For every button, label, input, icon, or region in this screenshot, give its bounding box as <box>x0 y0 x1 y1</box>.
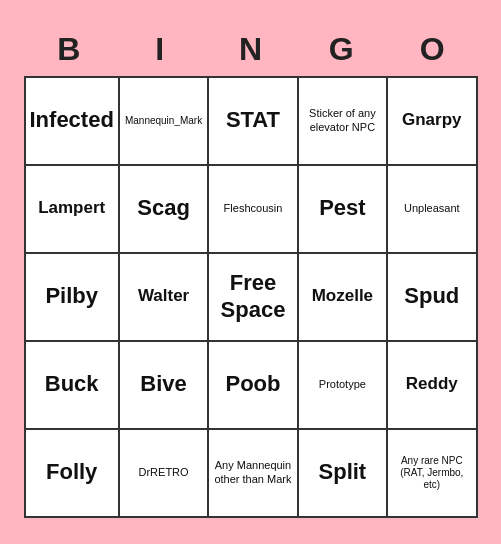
header-i: I <box>114 27 205 72</box>
cell-text-4: Gnarpy <box>402 110 462 130</box>
bingo-cell-21: DrRETRO <box>120 430 209 518</box>
cell-text-22: Any Mannequin other than Mark <box>213 459 292 485</box>
bingo-cell-5: Lampert <box>26 166 120 254</box>
cell-text-14: Spud <box>404 283 459 309</box>
bingo-cell-2: STAT <box>209 78 298 166</box>
cell-text-23: Split <box>319 459 367 485</box>
bingo-cell-8: Pest <box>299 166 388 254</box>
cell-text-21: DrRETRO <box>139 466 189 479</box>
cell-text-19: Reddy <box>406 374 458 394</box>
header-b: B <box>24 27 115 72</box>
cell-text-7: Fleshcousin <box>224 202 283 215</box>
header-g: G <box>296 27 387 72</box>
cell-text-5: Lampert <box>38 198 105 218</box>
cell-text-13: Mozelle <box>312 286 373 306</box>
bingo-cell-6: Scag <box>120 166 209 254</box>
cell-text-12: Free Space <box>213 270 292 323</box>
bingo-cell-0: Infected <box>26 78 120 166</box>
bingo-cell-9: Unpleasant <box>388 166 477 254</box>
bingo-cell-4: Gnarpy <box>388 78 477 166</box>
bingo-grid: InfectedMannequin_MarkSTATSticker of any… <box>24 76 478 518</box>
bingo-cell-18: Prototype <box>299 342 388 430</box>
bingo-cell-19: Reddy <box>388 342 477 430</box>
bingo-card: B I N G O InfectedMannequin_MarkSTATStic… <box>16 19 486 526</box>
bingo-header: B I N G O <box>24 27 478 72</box>
bingo-cell-24: Any rare NPC (RAT, Jermbo, etc) <box>388 430 477 518</box>
cell-text-18: Prototype <box>319 378 366 391</box>
cell-text-6: Scag <box>137 195 190 221</box>
bingo-cell-13: Mozelle <box>299 254 388 342</box>
bingo-cell-20: Folly <box>26 430 120 518</box>
bingo-cell-12: Free Space <box>209 254 298 342</box>
cell-text-0: Infected <box>30 107 114 133</box>
cell-text-20: Folly <box>46 459 97 485</box>
cell-text-3: Sticker of any elevator NPC <box>303 107 382 133</box>
bingo-cell-10: Pilby <box>26 254 120 342</box>
cell-text-8: Pest <box>319 195 365 221</box>
bingo-cell-1: Mannequin_Mark <box>120 78 209 166</box>
bingo-cell-3: Sticker of any elevator NPC <box>299 78 388 166</box>
bingo-cell-16: Bive <box>120 342 209 430</box>
bingo-cell-23: Split <box>299 430 388 518</box>
cell-text-1: Mannequin_Mark <box>125 115 202 127</box>
header-n: N <box>205 27 296 72</box>
bingo-cell-11: Walter <box>120 254 209 342</box>
header-o: O <box>387 27 478 72</box>
bingo-cell-22: Any Mannequin other than Mark <box>209 430 298 518</box>
bingo-cell-7: Fleshcousin <box>209 166 298 254</box>
cell-text-15: Buck <box>45 371 99 397</box>
cell-text-11: Walter <box>138 286 189 306</box>
cell-text-16: Bive <box>140 371 186 397</box>
cell-text-17: Poob <box>225 371 280 397</box>
bingo-cell-14: Spud <box>388 254 477 342</box>
cell-text-9: Unpleasant <box>404 202 460 215</box>
bingo-cell-15: Buck <box>26 342 120 430</box>
bingo-cell-17: Poob <box>209 342 298 430</box>
cell-text-10: Pilby <box>45 283 98 309</box>
cell-text-24: Any rare NPC (RAT, Jermbo, etc) <box>392 455 471 491</box>
cell-text-2: STAT <box>226 107 280 133</box>
